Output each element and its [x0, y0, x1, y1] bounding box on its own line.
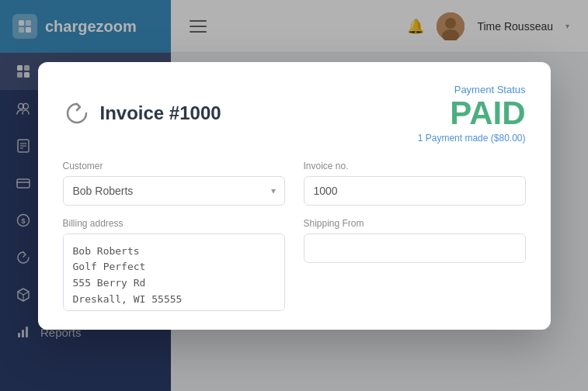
billing-address-group: Billing address Bob Roberts Golf Perfect… — [63, 218, 285, 311]
invoice-no-label: Invoice no. — [304, 161, 526, 171]
shipping-from-input[interactable] — [304, 234, 526, 263]
shipping-from-label: Shipping From — [304, 218, 526, 229]
modal-title: Invoice #1000 — [100, 102, 221, 124]
customer-field-group: Customer Bob Roberts ▾ — [63, 161, 285, 206]
invoice-refresh-icon — [63, 99, 91, 127]
payment-status-value: PAID — [418, 97, 526, 130]
modal-body: Customer Bob Roberts ▾ Billing address B… — [63, 161, 526, 311]
customer-select-wrapper: Bob Roberts ▾ — [63, 176, 285, 206]
payment-status-label: Payment Status — [418, 84, 526, 95]
invoice-no-group: Invoice no. — [304, 161, 526, 206]
modal-header: Invoice #1000 Payment Status PAID 1 Paym… — [63, 84, 526, 144]
right-column: Invoice no. Shipping From — [304, 161, 526, 311]
payment-status-area: Payment Status PAID 1 Payment made ($80.… — [418, 84, 526, 144]
invoice-no-input[interactable] — [304, 176, 526, 206]
customer-label: Customer — [63, 161, 285, 171]
invoice-modal: Invoice #1000 Payment Status PAID 1 Paym… — [38, 62, 551, 330]
billing-address-label: Billing address — [63, 218, 285, 229]
payment-note: 1 Payment made ($80.00) — [418, 133, 526, 144]
shipping-from-group: Shipping From — [304, 218, 526, 263]
billing-address-input[interactable]: Bob Roberts Golf Perfect 555 Berry Rd Dr… — [63, 234, 285, 311]
left-column: Customer Bob Roberts ▾ Billing address B… — [63, 161, 285, 311]
modal-title-area: Invoice #1000 — [63, 99, 221, 127]
modal-overlay: Invoice #1000 Payment Status PAID 1 Paym… — [0, 0, 588, 391]
customer-select[interactable]: Bob Roberts — [63, 176, 285, 206]
